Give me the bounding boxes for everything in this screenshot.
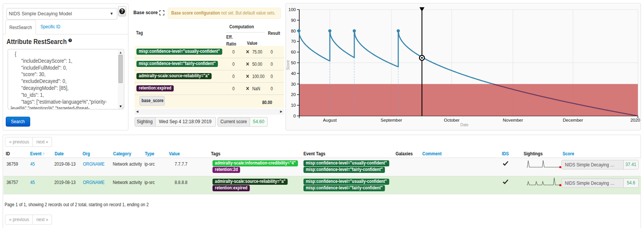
svg-text:60: 60 <box>291 50 296 54</box>
svg-text:80: 80 <box>291 29 296 33</box>
svg-text:40: 40 <box>291 71 296 76</box>
svg-text:Score: Score <box>286 60 290 70</box>
svg-text:September: September <box>381 118 402 122</box>
svg-text:November: November <box>503 118 523 122</box>
svg-text:October: October <box>444 118 460 122</box>
svg-text:10: 10 <box>291 103 296 107</box>
svg-text:50: 50 <box>291 60 296 65</box>
svg-text:90: 90 <box>291 18 296 23</box>
svg-text:August: August <box>323 118 337 122</box>
svg-text:Date: Date <box>460 123 469 127</box>
svg-text:2020: 2020 <box>630 118 640 122</box>
svg-text:70: 70 <box>291 39 296 44</box>
svg-text:30: 30 <box>291 82 296 86</box>
svg-text:December: December <box>563 118 583 122</box>
svg-text:100: 100 <box>289 7 296 12</box>
svg-text:0: 0 <box>294 114 296 118</box>
svg-text:20: 20 <box>291 92 296 97</box>
